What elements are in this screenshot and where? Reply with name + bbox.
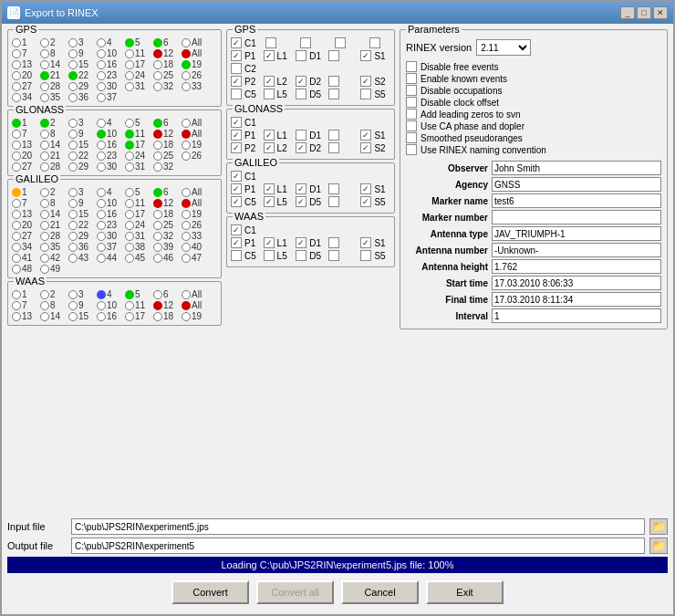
cb-smoothed-check[interactable]: [406, 132, 417, 143]
sat-gps-26[interactable]: 26: [182, 70, 209, 80]
sat-waas-13[interactable]: 13: [12, 311, 39, 321]
sat-waas-3[interactable]: 3: [68, 289, 96, 299]
convert-all-button[interactable]: Convert all: [256, 580, 334, 604]
sat-gps-14[interactable]: 14: [40, 59, 68, 69]
obs-glo-l1-check[interactable]: [264, 130, 275, 141]
obs-gps-c2-check[interactable]: [231, 63, 242, 74]
sat-gal-18[interactable]: 18: [153, 209, 181, 219]
sat-waas-14[interactable]: 14: [40, 311, 68, 321]
sat-gal-7[interactable]: 7: [12, 198, 39, 208]
sat-gal-48[interactable]: 48: [12, 264, 39, 274]
obs-waas-d1-check[interactable]: [296, 237, 306, 248]
obs-waas-c5-check[interactable]: [231, 250, 242, 261]
obs-gps-p2-check[interactable]: [231, 76, 242, 87]
sat-glo-1[interactable]: 1: [12, 118, 39, 128]
sat-glo-30[interactable]: 30: [97, 162, 124, 172]
sat-glo-31[interactable]: 31: [125, 162, 152, 172]
sat-waas-19[interactable]: 19: [182, 311, 209, 321]
obs-glo-d1-check[interactable]: [296, 130, 306, 141]
sat-gal-34[interactable]: 34: [12, 242, 39, 252]
observer-input[interactable]: [492, 161, 661, 175]
sat-glo-27[interactable]: 27: [12, 162, 39, 172]
cb-ca-phase-check[interactable]: [406, 120, 417, 131]
sat-waas-10[interactable]: 10: [97, 300, 124, 310]
sat-gal-13[interactable]: 13: [12, 209, 39, 219]
sat-gps-32[interactable]: 32: [153, 81, 181, 91]
sat-gal-42[interactable]: 42: [40, 253, 68, 263]
sat-gps-30[interactable]: 30: [97, 81, 124, 91]
sat-gps-36[interactable]: 36: [68, 92, 96, 102]
sat-gps-18[interactable]: 18: [153, 59, 181, 69]
sat-gps-24[interactable]: 24: [125, 70, 152, 80]
sat-gps-11[interactable]: 11: [125, 48, 152, 58]
cb-disable-clock-check[interactable]: [406, 97, 417, 108]
sat-gal-20[interactable]: 20: [12, 220, 39, 230]
sat-gps-29[interactable]: 29: [68, 81, 96, 91]
obs-gps-s2-check[interactable]: [360, 76, 371, 87]
obs-gps-x4-check[interactable]: [335, 37, 346, 48]
sat-gal-25[interactable]: 25: [153, 220, 181, 230]
sat-glo-32[interactable]: 32: [153, 162, 181, 172]
obs-waas-c1-check[interactable]: [231, 224, 242, 235]
sat-glo-11[interactable]: 11: [125, 129, 152, 139]
sat-waas-1[interactable]: 1: [12, 289, 39, 299]
obs-waas-l1-check[interactable]: [264, 237, 275, 248]
convert-button[interactable]: Convert: [171, 580, 249, 604]
sat-glo-26[interactable]: 26: [182, 151, 209, 161]
rinex-version-select[interactable]: 2.11 3.00: [476, 39, 531, 56]
marker-name-input[interactable]: [492, 193, 661, 208]
sat-glo-all2[interactable]: All: [182, 129, 202, 139]
sat-gps-33[interactable]: 33: [182, 81, 209, 91]
sat-glo-3[interactable]: 3: [68, 118, 96, 128]
sat-gps-1[interactable]: 1: [12, 37, 39, 47]
obs-gps-x6-check[interactable]: [328, 50, 339, 61]
obs-gps-c1-check[interactable]: [231, 37, 242, 48]
sat-gps-25[interactable]: 25: [153, 70, 181, 80]
obs-waas-p1-check[interactable]: [231, 237, 242, 248]
sat-gal-26[interactable]: 26: [182, 220, 209, 230]
sat-gps-10[interactable]: 10: [97, 48, 124, 58]
sat-glo-21[interactable]: 21: [40, 151, 68, 161]
obs-gps-l5-check[interactable]: [264, 89, 275, 99]
sat-gal-27[interactable]: 27: [12, 231, 39, 241]
sat-gal-2[interactable]: 2: [40, 187, 68, 197]
sat-gps-2[interactable]: 2: [40, 37, 68, 47]
sat-waas-16[interactable]: 16: [97, 311, 124, 321]
sat-gal-5[interactable]: 5: [125, 187, 152, 197]
sat-gal-10[interactable]: 10: [97, 198, 124, 208]
sat-gal-47[interactable]: 47: [182, 253, 209, 263]
obs-waas-x1-check[interactable]: [328, 237, 339, 248]
sat-glo-15[interactable]: 15: [68, 140, 96, 150]
sat-gal-45[interactable]: 45: [125, 253, 152, 263]
sat-glo-25[interactable]: 25: [153, 151, 181, 161]
sat-gps-6[interactable]: 6: [153, 37, 181, 47]
sat-gal-9[interactable]: 9: [68, 198, 96, 208]
obs-gps-x7-check[interactable]: [328, 76, 339, 87]
sat-gal-36[interactable]: 36: [68, 242, 96, 252]
sat-gps-5[interactable]: 5: [125, 37, 152, 47]
input-file-browse-button[interactable]: 📁: [649, 518, 668, 535]
obs-gps-c5-check[interactable]: [231, 89, 242, 99]
sat-glo-6[interactable]: 6: [153, 118, 181, 128]
final-time-input[interactable]: [492, 292, 661, 307]
obs-glo-d2-check[interactable]: [296, 142, 306, 153]
obs-glo-p1-check[interactable]: [231, 130, 242, 141]
antenna-type-input[interactable]: [492, 226, 661, 241]
sat-gal-40[interactable]: 40: [182, 242, 209, 252]
obs-gal-p1-check[interactable]: [231, 183, 242, 194]
sat-gal-44[interactable]: 44: [97, 253, 124, 263]
antenna-height-input[interactable]: [492, 259, 661, 274]
obs-glo-x1-check[interactable]: [328, 130, 339, 141]
obs-gal-l1-check[interactable]: [264, 183, 275, 194]
sat-glo-28[interactable]: 28: [40, 162, 68, 172]
sat-gal-23[interactable]: 23: [97, 220, 124, 230]
sat-gps-all1[interactable]: All: [182, 37, 202, 47]
input-file-input[interactable]: [71, 518, 645, 535]
sat-gps-13[interactable]: 13: [12, 59, 39, 69]
obs-gal-c1-check[interactable]: [231, 171, 242, 182]
obs-waas-d5-check[interactable]: [296, 250, 306, 261]
sat-gal-35[interactable]: 35: [40, 242, 68, 252]
obs-gps-d1-check[interactable]: [296, 50, 306, 61]
obs-gal-s5-check[interactable]: [360, 196, 371, 207]
sat-gal-49[interactable]: 49: [40, 264, 68, 274]
